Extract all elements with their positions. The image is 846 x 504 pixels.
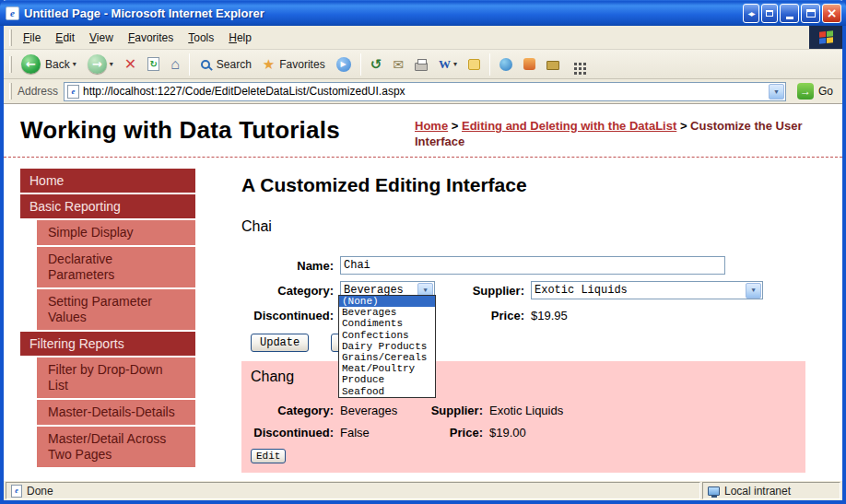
supplier-selected-value: Exotic Liquids (532, 284, 745, 297)
sidebar-item-filter-by-dropdown-list[interactable]: Filter by Drop-Down List (37, 357, 195, 400)
standard-buttons-toolbar: ← Back ▾ → ▾ ✕ ↻ ⌂ Search ★ Favorites ▶ … (4, 50, 842, 79)
media-button[interactable]: ▶ (331, 55, 357, 74)
category-option-meat-poultry[interactable]: Meat/Poultry (339, 363, 435, 374)
page-title: A Customized Editing Interface (241, 174, 818, 196)
menu-edit[interactable]: Edit (48, 28, 82, 48)
forward-button[interactable]: → ▾ (82, 53, 119, 76)
menu-file[interactable]: File (16, 28, 48, 48)
forward-dropdown-icon[interactable]: ▾ (110, 60, 113, 68)
edit-icon: W (439, 57, 451, 72)
edit-button[interactable]: Edit (251, 449, 286, 463)
maximize-icon (806, 9, 816, 18)
menu-view[interactable]: View (82, 28, 121, 48)
search-icon (201, 60, 210, 69)
category-option-confections[interactable]: Confections (339, 330, 435, 341)
go-button[interactable]: → Go (793, 81, 837, 101)
stop-button[interactable]: ✕ (119, 53, 142, 75)
category-option-produce[interactable]: Produce (339, 374, 435, 385)
messenger-button[interactable] (494, 56, 518, 73)
discontinued-label: Discontinued: (251, 426, 334, 440)
toolbar-grip[interactable] (9, 56, 12, 73)
breadcrumb-home-link[interactable]: Home (415, 119, 448, 133)
category-option-none[interactable]: (None) (339, 296, 435, 307)
supplier-label: Supplier: (435, 284, 524, 298)
category-option-beverages[interactable]: Beverages (339, 307, 435, 318)
breadcrumb: Home > Editing and Deleting with the Dat… (415, 118, 828, 149)
category-label: Category: (241, 284, 334, 298)
address-bar: Address e ▼ → Go (4, 79, 842, 104)
mail-icon: ✉ (393, 57, 404, 72)
go-label: Go (818, 85, 833, 98)
refresh-button[interactable]: ↻ (142, 55, 165, 73)
supplier-value: Exotic Liquids (489, 404, 563, 417)
address-dropdown-arrow[interactable]: ▼ (769, 84, 784, 100)
research-button[interactable] (518, 56, 541, 72)
category-option-dairy-products[interactable]: Dairy Products (339, 341, 435, 352)
history-button[interactable]: ↺ (365, 54, 388, 75)
intranet-zone-icon (708, 486, 720, 496)
search-button[interactable]: Search (194, 56, 257, 73)
breadcrumb-section-link[interactable]: Editing and Deleting with the DataList (462, 119, 676, 133)
window-arrows-icon: ◀▶ (747, 10, 754, 17)
addressbar-grip[interactable] (9, 83, 12, 100)
category-option-seafood[interactable]: Seafood (339, 386, 435, 397)
title-bar: e Untitled Page - Microsoft Internet Exp… (0, 0, 846, 26)
sidebar-item-basic-reporting[interactable]: Basic Reporting (20, 194, 195, 220)
mail-button[interactable]: ✉ (387, 55, 409, 74)
price-label: Price: (428, 426, 483, 440)
sidebar-item-simple-display[interactable]: Simple Display (37, 220, 195, 247)
menubar-grip[interactable] (9, 29, 12, 46)
site-header: Working with Data Tutorials Home > Editi… (4, 104, 842, 158)
folders-icon (546, 61, 559, 70)
menu-favorites[interactable]: Favorites (121, 28, 181, 48)
address-input[interactable] (83, 85, 768, 98)
research-icon (523, 58, 535, 70)
minimize-button[interactable] (780, 4, 799, 23)
windows-logo (809, 26, 842, 49)
tiles-button[interactable] (565, 61, 592, 67)
window-restore-small-button[interactable] (761, 4, 778, 23)
menu-tools[interactable]: Tools (181, 28, 221, 48)
folders-button[interactable] (541, 56, 565, 72)
toolbar-separator (360, 53, 361, 76)
window-arrows-button[interactable]: ◀▶ (743, 4, 759, 23)
product-name-input[interactable] (340, 256, 725, 275)
menu-bar: File Edit View Favorites Tools Help (4, 26, 842, 50)
home-icon: ⌂ (170, 56, 180, 73)
sidebar-item-home[interactable]: Home (20, 169, 195, 194)
status-bar: e Done Local intranet (4, 480, 842, 500)
category-option-condiments[interactable]: Condiments (339, 318, 435, 329)
close-icon: × (827, 6, 838, 20)
stop-icon: ✕ (124, 55, 136, 73)
status-page-icon: e (11, 485, 22, 498)
category-option-grains-cereals[interactable]: Grains/Cereals (339, 352, 435, 363)
favorites-button[interactable]: ★ Favorites (257, 54, 331, 75)
close-button[interactable]: × (822, 4, 841, 23)
status-message: Done (27, 485, 53, 498)
favorites-label: Favorites (279, 58, 324, 71)
sidebar-item-setting-parameter-values[interactable]: Setting Parameter Values (37, 289, 195, 332)
sidebar-item-master-details-details[interactable]: Master-Details-Details (37, 400, 195, 427)
price-value: $19.95 (531, 309, 568, 322)
edit-dropdown-icon[interactable]: ▾ (453, 60, 457, 68)
sidebar-item-master-detail-across-two-pages[interactable]: Master/Detail Across Two Pages (37, 427, 195, 469)
discontinued-label: Discontinued: (241, 309, 334, 322)
toolbar-separator (489, 53, 490, 76)
back-dropdown-icon[interactable]: ▾ (73, 60, 76, 68)
sidebar-item-declarative-parameters[interactable]: Declarative Parameters (37, 247, 195, 289)
discuss-button[interactable] (463, 57, 486, 72)
supplier-dropdown-arrow[interactable]: ▼ (746, 283, 761, 299)
menu-help[interactable]: Help (221, 28, 259, 48)
update-button[interactable]: Update (251, 334, 309, 352)
maximize-button[interactable] (801, 4, 820, 23)
category-label: Category: (251, 404, 334, 417)
supplier-label: Supplier: (428, 404, 483, 417)
print-button[interactable] (409, 56, 433, 73)
sidebar-item-filtering-reports[interactable]: Filtering Reports (20, 332, 195, 357)
page-content: Working with Data Tutorials Home > Editi… (4, 104, 842, 480)
home-button[interactable]: ⌂ (165, 54, 185, 75)
edit-button-toolbar[interactable]: W ▾ (433, 55, 463, 74)
back-label: Back (45, 58, 70, 71)
supplier-dropdown[interactable]: Exotic Liquids ▼ (531, 281, 763, 299)
back-button[interactable]: ← Back ▾ (16, 53, 82, 76)
